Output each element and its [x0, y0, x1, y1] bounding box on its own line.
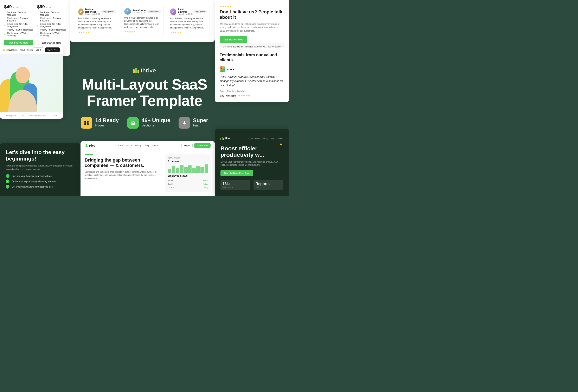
hive-text-col: Bridging the gap between companies — & c… — [85, 154, 161, 192]
nav-link[interactable]: Pricing — [262, 137, 268, 139]
feature-item-pages: 14 Ready Pages — [81, 117, 119, 129]
star-decoration: ★ — [279, 141, 283, 146]
check-icon: ✓ — [6, 179, 9, 183]
expense-chart — [168, 165, 208, 173]
hive-hero-content: Bridging the gap between companies — & c… — [81, 150, 215, 196]
svg-rect-2 — [84, 121, 86, 123]
feature-item-sections: 46+ Unique Sections — [127, 117, 170, 129]
avatar-2: J — [124, 8, 131, 15]
pages-icon — [81, 117, 92, 129]
nav-link[interactable]: Blog — [271, 137, 274, 139]
testimonial-text: I am thrilled to share my experience wit… — [78, 17, 115, 29]
dashboard-title: Expenses — [168, 160, 208, 163]
feature-item: ✓ Customizable White-Labeling — [37, 32, 66, 37]
dive-sub: In today's competitive business landscap… — [6, 164, 75, 171]
check-icon: ✓ — [4, 29, 6, 31]
boost-sub: Elevate your operational efficiency and … — [220, 160, 283, 167]
boost-logo: Hive — [220, 137, 230, 140]
dive-feature-item: ✓ Dive into your financial analytics wit… — [6, 174, 75, 178]
dont-believe-title: Don't believe us? People talk about it — [220, 9, 284, 20]
reviewer-name: Jane Cooper — [133, 9, 147, 11]
emp-row: Alice K.Active — [168, 179, 208, 182]
center-hero: thrive Multi-Layout SaaS Framer Template… — [72, 67, 217, 129]
dive-features: ✓ Dive into your financial analytics wit… — [6, 174, 75, 189]
star-rating: ★★★★★ — [124, 30, 161, 33]
login-btn[interactable]: Log In — [33, 47, 44, 52]
feature-item: ✓ Dedicated Account Manager — [4, 11, 33, 16]
feature-label: Sections — [142, 124, 170, 127]
price-amount-1: $49 /month — [4, 4, 33, 9]
feature-number: 46+ Unique — [142, 117, 170, 124]
nav-link[interactable]: About — [255, 137, 260, 139]
boost-nav-links: Home About Pricing Blog Contact — [248, 137, 283, 139]
get-started-btn-1[interactable]: Get Started Now — [4, 40, 33, 46]
nav-link[interactable]: Contact — [277, 137, 283, 139]
svg-rect-4 — [84, 123, 86, 125]
feature-text-fast: Super Fast — [193, 117, 208, 127]
reviewer-title: Founder & CEO — [178, 13, 193, 15]
svg-rect-3 — [87, 121, 89, 123]
try-btn[interactable]: Try For Free — [194, 143, 211, 148]
bar — [176, 168, 179, 173]
nav-link[interactable]: About — [126, 144, 132, 147]
nav-link[interactable]: Home — [248, 137, 253, 139]
reviewer-name: Ralph Edwards — [178, 8, 193, 13]
logo-bar-2 — [135, 68, 137, 73]
nav-buttons: Log In Try For Free — [182, 143, 211, 148]
nav-link[interactable]: Blog — [145, 144, 149, 147]
reviewer-title: Founder & CEO — [133, 11, 147, 14]
reviewer-title: Founder & CEO — [85, 13, 101, 15]
nav-link[interactable]: Home — [12, 49, 17, 51]
feature-item: ✓ Single Sign-On (SSO) Integration — [4, 23, 33, 28]
bar — [192, 168, 196, 173]
check-icon: ✓ — [6, 174, 9, 178]
brand-name: thrive — [141, 67, 156, 74]
fast-icon — [179, 117, 190, 129]
nav-bar-small: Hive Home About Pricing Log In Try For F… — [0, 45, 63, 54]
logo-bars — [133, 68, 139, 73]
testimonial-header: R Ralph Edwards Founder & CEO Logoipsum — [170, 8, 207, 15]
star-rating: ★★★★★ — [78, 31, 115, 34]
dive-section-card: Let's dive into the easy beginnings! In … — [0, 143, 81, 196]
slack-badge: slack — [220, 66, 284, 72]
svg-point-6 — [133, 122, 133, 123]
dont-believe-sub: We have considered our solutions to supp… — [220, 22, 284, 33]
avatar-info: R Ralph Edwards Founder & CEO — [170, 8, 193, 15]
hive-nav: Log In Hive Home About Pricing Blog Cont… — [81, 141, 215, 150]
login-btn[interactable]: Log In — [182, 143, 193, 148]
feature-label: Fast — [193, 124, 208, 127]
nav-link[interactable]: Contact — [152, 144, 159, 147]
avatar-3: R — [170, 8, 176, 15]
feature-item: ✓ Priority Feature Requests — [37, 29, 66, 31]
trial-btn[interactable]: Start 14 Days Free Trial — [220, 170, 253, 176]
feature-item: ✓ Single Sign-On (SSO) Integration — [37, 23, 66, 28]
bar — [188, 165, 192, 173]
hero-image-area — [0, 54, 63, 112]
try-btn[interactable]: Try For Free — [45, 47, 60, 52]
reviewer-info: Jane Cooper Founder & CEO — [133, 9, 147, 14]
boost-title: Boost efficier productivity w... — [220, 145, 283, 158]
nav-link[interactable]: About — [20, 49, 25, 51]
emp-row: Bob M.Active — [168, 182, 208, 186]
nav-link[interactable]: Home — [117, 144, 123, 147]
avatar-info: J Jane Cooper Founder & CEO — [124, 8, 147, 15]
star-rating: ★★★★★ — [238, 94, 250, 97]
feature-item-fast: Super Fast — [179, 117, 208, 129]
price-amount-2: $99 /month — [37, 4, 66, 9]
company-name: slack — [227, 68, 234, 71]
nav-link[interactable]: Pricing — [27, 49, 33, 51]
boost-section-card: Hive Home About Pricing Blog Contact ★ B… — [215, 129, 289, 196]
testimonial-text: One of Hive's standout features is its p… — [124, 16, 161, 29]
nav-link[interactable]: Pricing — [135, 144, 142, 147]
reviewer-info: Darlene Robertson Founder & CEO — [85, 8, 101, 15]
get-started-free-btn[interactable]: Get Started Free — [220, 36, 247, 43]
feature-item: ✓ Dedicated Account Manager — [37, 11, 66, 16]
reviewer-name: Darlene Robertson — [85, 8, 101, 13]
check-icon: ✓ — [37, 24, 39, 26]
logo-bar-1 — [133, 69, 135, 73]
plan2-features: ✓ Dedicated Account Manager ✓ Customized… — [37, 11, 66, 37]
green-accent-line — [85, 154, 93, 155]
dive-title: Let's dive into the easy beginnings! — [6, 149, 75, 162]
testimonial-card-2: J Jane Cooper Founder & CEO Logoipsum On… — [121, 5, 164, 37]
testimonials-right-card: Testimonials from our valued clients. sl… — [215, 47, 289, 102]
